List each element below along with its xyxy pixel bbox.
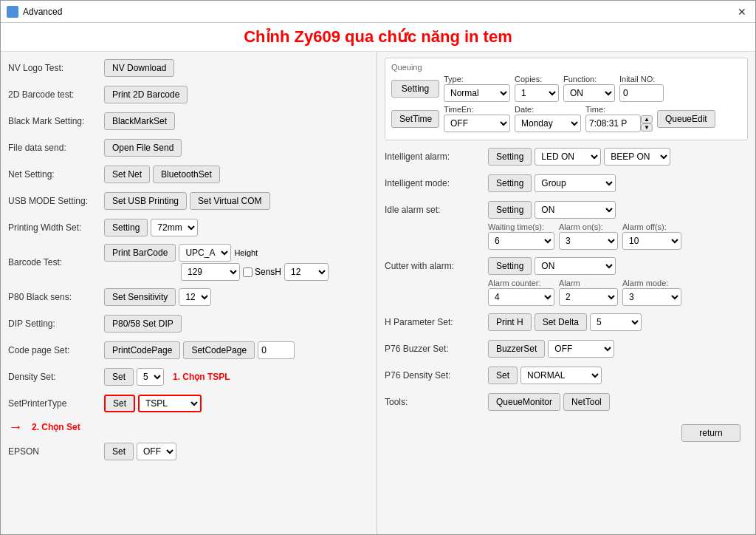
set-printer-button[interactable]: Set [104,395,135,412]
idle-alarm-container: Idle alarm set: Setting ON Waiting time(… [385,200,748,250]
buzzer-set-button[interactable]: BuzzerSet [488,340,545,358]
cutter-alarm-label: Cutter with alarm: [385,261,488,271]
time-down-button[interactable]: ▼ [641,123,653,132]
epson-label: EPSON [8,446,104,457]
p80-set-dip-button[interactable]: P80/58 Set DIP [104,315,182,333]
dip-setting-row: DIP Setting: P80/58 Set DIP [8,313,369,334]
settime-button[interactable]: SetTime [391,110,439,128]
set-printer-label: SetPrinterType [8,398,104,409]
barcode-height-select[interactable]: 129 [181,263,240,281]
intelligent-alarm-select2[interactable]: BEEP ON [604,148,670,166]
sensh-label: SensH [255,267,281,277]
function-select[interactable]: ON [563,84,615,102]
file-data-row: File data send: Open File Send [8,137,369,158]
file-data-label: File data send: [8,143,104,153]
intelligent-mode-setting-button[interactable]: Setting [488,174,532,192]
p76-density-set-button[interactable]: Set [488,367,518,384]
set-code-page-button[interactable]: SetCodePage [183,341,255,359]
alarm-off-select[interactable]: 10 [622,232,681,250]
cutter-alarm-select[interactable]: ON [535,257,616,275]
queuing-setting-button[interactable]: Setting [391,80,439,98]
queuing-title: Queuing [391,63,741,72]
close-button[interactable]: ✕ [735,3,749,21]
print-h-button[interactable]: Print H [488,313,532,331]
date-select[interactable]: Monday [515,115,581,132]
type-select[interactable]: Normal [444,84,510,102]
set-virtual-com-button[interactable]: Set Virtual COM [190,192,269,210]
intelligent-alarm-select1[interactable]: LED ON [535,148,601,166]
print-code-page-button[interactable]: PrintCodePage [104,341,180,359]
alarm-counter-select[interactable]: 4 [488,288,554,306]
arrow-icon: → [8,418,23,435]
alarm-mode-select[interactable]: 3 [622,288,681,306]
cutter-alarm-container: Cutter with alarm: Setting ON Alarm coun… [385,256,748,306]
time-up-button[interactable]: ▲ [641,115,653,123]
nv-download-button[interactable]: NV Download [104,59,174,77]
nv-logo-row: NV Logo Test: NV Download [8,58,369,78]
intelligent-mode-row: Intelligent mode: Setting Group [385,173,748,194]
code-page-row: Code page Set: PrintCodePage SetCodePage [8,340,369,361]
density-select[interactable]: 5 [137,368,164,386]
nv-logo-label: NV Logo Test: [8,63,104,73]
alarm-on-label: Alarm on(s): [559,222,618,231]
initial-header: Initail NO: [619,75,664,84]
p76-density-select[interactable]: NORMAL [520,367,602,384]
code-page-input[interactable] [258,341,295,359]
right-panel: Queuing Setting Type: Normal Copies: 1 [377,52,755,534]
cutter-alarm-setting-button[interactable]: Setting [488,257,532,275]
p80-black-label: P80 Black sens: [8,292,104,302]
set-usb-printing-button[interactable]: Set USB Printing [104,192,187,210]
print-width-select[interactable]: 72mm [151,219,198,236]
open-file-send-button[interactable]: Open File Send [104,139,182,157]
app-icon [7,6,18,18]
timeen-select[interactable]: OFF [444,115,510,132]
waiting-time-select[interactable]: 6 [488,232,554,250]
density-set-button[interactable]: Set [104,368,134,386]
alarm-select[interactable]: 2 [559,288,618,306]
p80-value-select[interactable]: 12 [179,288,211,306]
time-input[interactable] [585,115,641,132]
initial-no-input[interactable] [619,84,664,102]
main-title: Chỉnh Zy609 qua chức năng in tem [1,23,755,52]
queuing-row2: SetTime TimeEn: OFF Date: Monday [391,105,741,132]
set-sensitivity-button[interactable]: Set Sensitivity [104,288,176,306]
sensh-checkbox-label[interactable]: SensH [243,267,281,277]
sensh-checkbox[interactable] [243,268,252,277]
p76-buzzer-select[interactable]: OFF [548,340,614,358]
set-printer-type-select[interactable]: TSPL ESC/POS [138,395,202,412]
black-mark-label: Black Mark Setting: [8,116,104,126]
print-barcode-button[interactable]: Print BarCode [104,244,176,262]
alarm-on-select[interactable]: 3 [559,232,618,250]
set-net-button[interactable]: Set Net [104,166,150,183]
intelligent-mode-select[interactable]: Group [535,174,616,192]
blackmarkset-button[interactable]: BlackMarkSet [104,112,175,130]
epson-select[interactable]: OFF [137,443,176,460]
title-bar: Advanced ✕ [1,1,755,23]
idle-alarm-setting-button[interactable]: Setting [488,201,532,219]
barcode-test-row: Barcode Test: Print BarCode UPC_A Height… [8,244,369,281]
copies-select[interactable]: 1 [515,84,559,102]
set-delta-button[interactable]: Set Delta [535,313,587,331]
queue-monitor-button[interactable]: QueueMonitor [488,393,560,411]
bluetooth-set-button[interactable]: BluetoothSet [153,166,220,183]
print-width-setting-button[interactable]: Setting [104,219,148,236]
main-window: Advanced ✕ Chỉnh Zy609 qua chức năng in … [0,0,756,535]
queue-edit-button[interactable]: QueueEdit [657,110,715,128]
waiting-time-label: Waiting time(s): [488,222,554,231]
h-parameter-select[interactable]: 5 [590,313,642,331]
intelligent-alarm-setting-button[interactable]: Setting [488,148,532,166]
alarm-label: Alarm [559,279,618,287]
idle-alarm-select[interactable]: ON [535,201,616,219]
print-2d-barcode-button[interactable]: Print 2D Barcode [104,86,188,103]
barcode-val2-select[interactable]: 12 [284,263,329,281]
return-button[interactable]: return [681,424,740,442]
height-label: Height [234,248,258,257]
code-page-label: Code page Set: [8,345,104,355]
barcode-type-select[interactable]: UPC_A [179,244,231,262]
intelligent-alarm-row: Intelligent alarm: Setting LED ON BEEP O… [385,146,748,167]
intelligent-alarm-label: Intelligent alarm: [385,151,488,162]
window-title: Advanced [23,7,62,17]
net-tool-button[interactable]: NetTool [563,393,610,411]
function-header: Function: [563,75,615,84]
epson-set-button[interactable]: Set [104,443,134,460]
